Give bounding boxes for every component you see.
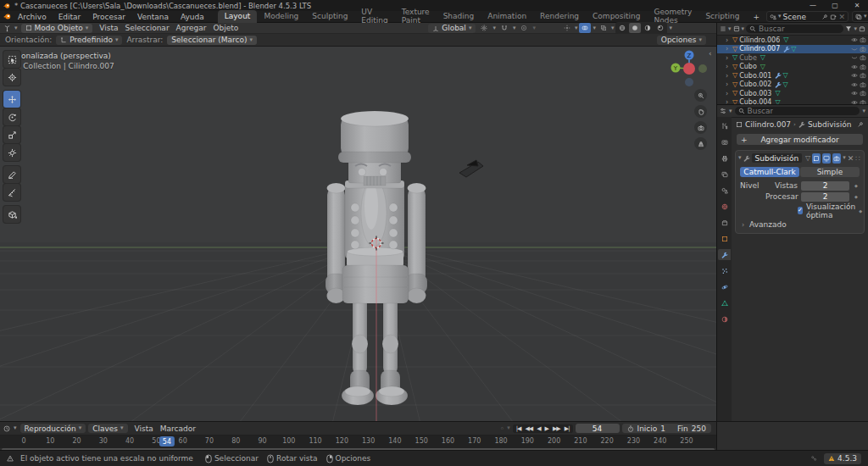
menu-procesar[interactable]: Procesar <box>86 11 131 22</box>
tool-annotate-button[interactable] <box>3 166 20 183</box>
toggle-xray-icon[interactable] <box>598 23 609 33</box>
disable-render-camera-icon[interactable] <box>860 81 866 88</box>
advanced-section[interactable]: › Avanzado <box>742 220 858 229</box>
hide-viewport-eye-closed-icon[interactable] <box>851 46 858 53</box>
tool-measure-button[interactable] <box>3 184 20 201</box>
expand-icon[interactable]: › <box>726 63 731 70</box>
workspace-tab-texture-paint[interactable]: Texture Paint <box>395 10 437 23</box>
breadcrumb-modifier[interactable]: Subdivisión <box>808 120 852 129</box>
menu-ventana[interactable]: Ventana <box>131 11 175 22</box>
proportional-editing-icon[interactable] <box>518 23 530 33</box>
panel-expand-icon[interactable]: ▾ <box>738 155 742 161</box>
scene-selector[interactable]: ▾ Scene ✕ <box>766 11 849 22</box>
hide-viewport-eye-open-icon[interactable] <box>851 72 858 79</box>
disable-render-camera-icon[interactable] <box>860 90 866 97</box>
workspace-tab-layout[interactable]: Layout <box>218 10 258 23</box>
menu-editar[interactable]: Editar <box>53 11 87 22</box>
expand-icon[interactable]: › <box>726 90 731 97</box>
modifier-name-field[interactable]: Subdivisión <box>752 153 803 163</box>
menu-archivo[interactable]: Archivo <box>12 11 53 22</box>
properties-tab-view-layer[interactable] <box>718 169 731 180</box>
tool-add-primitive-button[interactable] <box>3 206 20 223</box>
proportional-chevron-icon[interactable]: ▾ <box>532 25 536 31</box>
workspace-tab-scripting[interactable]: Scripting <box>698 10 746 23</box>
view-layer-selector[interactable]: ▾ ViewLayer ✕ <box>852 11 868 22</box>
edit-mode-display-toggle-icon[interactable] <box>812 153 821 164</box>
pivot-chevron-icon[interactable]: ▾ <box>492 25 496 31</box>
viewport-display-toggle-icon[interactable] <box>822 153 831 164</box>
playback-play-button[interactable]: ▶ <box>543 425 550 432</box>
outliner-item-cilindro.006[interactable]: ›▽Cilindro.006▽ <box>717 36 868 45</box>
properties-tab-data[interactable] <box>718 297 731 308</box>
workspace-tab-compositing[interactable]: Compositing <box>586 10 647 23</box>
workspace-tab-shading[interactable]: Shading <box>437 10 481 23</box>
version-badge[interactable]: 4.5.3 <box>824 453 861 464</box>
camera-object[interactable] <box>459 160 483 177</box>
hide-viewport-eye-open-icon[interactable] <box>851 36 858 43</box>
timeline-dropdown-reproducción[interactable]: Reproducción▾ <box>20 424 86 433</box>
playback-jump-end-button[interactable]: ▶| <box>563 425 571 432</box>
optimal-display-checkbox[interactable]: ✓ <box>798 207 803 214</box>
properties-tab-world[interactable] <box>718 201 731 212</box>
gizmo-axis-z-neg[interactable] <box>685 78 693 86</box>
tool-move-button[interactable] <box>3 91 20 108</box>
hide-viewport-eye-open-icon[interactable] <box>851 64 858 70</box>
show-gizmos-icon[interactable] <box>561 23 573 33</box>
outliner-item-cubo[interactable]: ›▽Cubo▽ <box>717 63 868 72</box>
properties-options-chevron-icon[interactable]: ▾ <box>862 108 865 114</box>
pin-icon[interactable] <box>857 121 864 128</box>
on-cage-toggle-icon[interactable]: ▽ <box>805 155 810 162</box>
nav-camera-view-button[interactable] <box>694 121 707 134</box>
editor-type-3d-viewport-icon[interactable] <box>3 25 11 32</box>
nav-zoom-button[interactable] <box>694 89 707 102</box>
hide-viewport-eye-open-icon[interactable] <box>851 81 858 88</box>
expand-icon[interactable]: › <box>726 72 731 80</box>
shading-material-preview-icon[interactable] <box>642 23 654 33</box>
filter-chevron-icon[interactable]: ▾ <box>854 26 857 32</box>
outliner-item-cubo.001[interactable]: ›▽Cubo.001▽ <box>717 71 868 80</box>
gizmo-axis-x[interactable] <box>683 63 695 75</box>
properties-tab-particles[interactable] <box>718 265 731 276</box>
viewport-menu-agregar[interactable]: Agregar <box>173 24 210 32</box>
options-dropdown[interactable]: Opciones ▾ <box>657 36 706 45</box>
gizmo-axis-y-neg[interactable] <box>698 64 707 73</box>
nav-pan-button[interactable] <box>694 105 707 118</box>
expand-icon[interactable]: › <box>726 36 731 44</box>
end-value[interactable]: 250 <box>692 424 706 433</box>
outliner-item-cubo.002[interactable]: ›▽Cubo.002▽ <box>717 80 868 90</box>
expand-icon[interactable]: › <box>726 98 731 104</box>
expand-icon[interactable]: › <box>726 80 731 88</box>
drag-mode-dropdown[interactable]: Seleccionar (Marco) ▾ <box>167 36 257 45</box>
properties-tab-render[interactable] <box>718 136 731 147</box>
outliner-search-input[interactable]: Buscar <box>746 25 843 33</box>
unlink-scene-icon[interactable]: ✕ <box>838 13 845 21</box>
properties-tab-physics[interactable] <box>718 281 731 292</box>
minimize-button[interactable]: — <box>802 0 824 11</box>
auto-keyframe-chevron-icon[interactable]: ▾ <box>507 425 510 431</box>
new-scene-icon[interactable] <box>830 14 837 20</box>
modifier-drag-handle[interactable]: ∷ <box>855 154 861 163</box>
playback-prev-keyframe-button[interactable]: ◀◀ <box>523 425 534 432</box>
viewport-canvas[interactable]: Personalizada (perspectiva) (54) Collect… <box>0 47 716 421</box>
timeline-editor-icon[interactable] <box>3 425 10 432</box>
viewport-menu-vista[interactable]: Vista <box>96 24 121 32</box>
animate-dot-icon[interactable]: ◆ <box>853 183 860 188</box>
outliner-item-cilindro.007[interactable]: ›▽Cilindro.007▽ <box>717 45 868 54</box>
navigation-gizmo[interactable]: Z Y <box>668 48 710 89</box>
shading-chevron-icon[interactable]: ▾ <box>669 25 672 31</box>
shading-wireframe-icon[interactable] <box>616 23 628 33</box>
disable-render-camera-icon[interactable] <box>860 54 866 61</box>
filter-funnel-icon[interactable] <box>845 25 852 32</box>
properties-tab-modifiers[interactable] <box>718 249 731 260</box>
playhead-current-frame[interactable]: 54 <box>159 436 175 447</box>
blender-app-menu-icon[interactable] <box>3 13 11 20</box>
field-value-procesar[interactable]: 2 <box>801 192 849 202</box>
viewport-menu-objeto[interactable]: Objeto <box>209 24 242 32</box>
add-workspace-button[interactable]: + <box>747 11 765 22</box>
render-display-toggle-icon[interactable] <box>832 153 841 164</box>
animate-dot-icon[interactable]: ◆ <box>859 208 862 214</box>
mode-dropdown[interactable]: Modo Objeto ▾ <box>21 24 93 33</box>
timeline-editor-chevron-icon[interactable]: ▾ <box>14 425 17 431</box>
properties-tab-material[interactable] <box>718 313 731 325</box>
extensions-icon[interactable] <box>810 455 817 462</box>
